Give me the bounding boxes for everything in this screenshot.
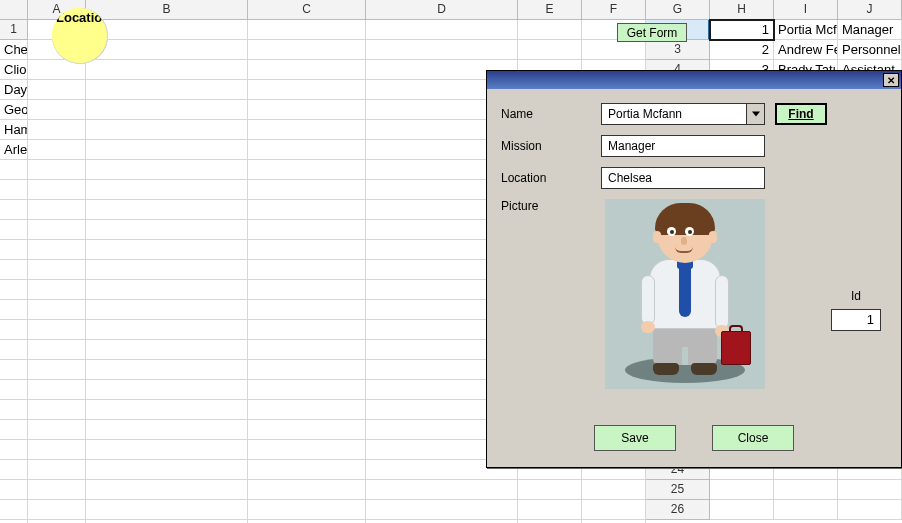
mission-field[interactable]: Manager	[601, 135, 765, 157]
cell-D18[interactable]	[0, 360, 28, 380]
cell-F24[interactable]	[86, 480, 248, 500]
cell-F10[interactable]	[86, 200, 248, 220]
cell-E14[interactable]	[28, 280, 86, 300]
cell-F2[interactable]	[86, 40, 248, 60]
cell-G4[interactable]	[248, 80, 366, 100]
cell-E5[interactable]	[28, 100, 86, 120]
cell-D21[interactable]	[0, 420, 28, 440]
cell-G20[interactable]	[248, 400, 366, 420]
cell-E17[interactable]	[28, 340, 86, 360]
cell-F14[interactable]	[86, 280, 248, 300]
cell-E24[interactable]	[28, 480, 86, 500]
cell-F5[interactable]	[86, 100, 248, 120]
cell-D17[interactable]	[0, 340, 28, 360]
cell-D8[interactable]	[0, 160, 28, 180]
cell-E4[interactable]	[28, 80, 86, 100]
cell-location-5[interactable]: Hamilton	[0, 120, 28, 140]
cell-G8[interactable]	[248, 160, 366, 180]
cell-F22[interactable]	[86, 440, 248, 460]
cell-id-2[interactable]: 2	[710, 40, 774, 60]
cell-J2[interactable]	[582, 40, 646, 60]
cell-F12[interactable]	[86, 240, 248, 260]
dialog-titlebar[interactable]: ✕	[487, 71, 901, 89]
cell-E15[interactable]	[28, 300, 86, 320]
cell-D12[interactable]	[0, 240, 28, 260]
select-all-corner[interactable]	[0, 0, 28, 20]
cell-G7[interactable]	[248, 140, 366, 160]
find-button[interactable]: Find	[775, 103, 827, 125]
cell-F9[interactable]	[86, 180, 248, 200]
cell-location-4[interactable]: Georgiana	[0, 100, 28, 120]
cell-mission-1[interactable]: Manager	[838, 20, 902, 40]
cell-G11[interactable]	[248, 220, 366, 240]
cell-F25[interactable]	[86, 500, 248, 520]
cell-D11[interactable]	[0, 220, 28, 240]
cell-G25[interactable]	[248, 500, 366, 520]
id-field[interactable]: 1	[831, 309, 881, 331]
cell-G15[interactable]	[248, 300, 366, 320]
cell-B26[interactable]	[774, 500, 838, 520]
cell-D15[interactable]	[0, 300, 28, 320]
cell-F13[interactable]	[86, 260, 248, 280]
cell-D20[interactable]	[0, 400, 28, 420]
col-header-I[interactable]: I	[774, 0, 838, 20]
cell-A26[interactable]	[710, 500, 774, 520]
cell-D10[interactable]	[0, 200, 28, 220]
cell-D14[interactable]	[0, 280, 28, 300]
cell-G12[interactable]	[248, 240, 366, 260]
cell-G23[interactable]	[248, 460, 366, 480]
location-field[interactable]: Chelsea	[601, 167, 765, 189]
row-header-26[interactable]: 26	[646, 500, 710, 520]
cell-location-1[interactable]: Chelsea	[0, 40, 28, 60]
col-header-H[interactable]: H	[710, 0, 774, 20]
col-header-D[interactable]: D	[366, 0, 518, 20]
cell-E19[interactable]	[28, 380, 86, 400]
col-header-G[interactable]: G	[646, 0, 710, 20]
cell-location-3[interactable]: Dayton	[0, 80, 28, 100]
cell-H1[interactable]	[366, 20, 518, 40]
cell-F21[interactable]	[86, 420, 248, 440]
col-header-B[interactable]: B	[86, 0, 248, 20]
cell-E23[interactable]	[28, 460, 86, 480]
cell-G5[interactable]	[248, 100, 366, 120]
cell-name-1[interactable]: Portia Mcfann	[774, 20, 838, 40]
cell-F7[interactable]	[86, 140, 248, 160]
cell-F17[interactable]	[86, 340, 248, 360]
cell-mission-2[interactable]: Personnel	[838, 40, 902, 60]
cell-E25[interactable]	[28, 500, 86, 520]
cell-location-2[interactable]: Clio	[0, 60, 28, 80]
cell-D16[interactable]	[0, 320, 28, 340]
get-form-button[interactable]: Get Form	[617, 23, 687, 42]
cell-F3[interactable]	[86, 60, 248, 80]
cell-E10[interactable]	[28, 200, 86, 220]
col-header-C[interactable]: C	[248, 0, 366, 20]
cell-G17[interactable]	[248, 340, 366, 360]
cell-F11[interactable]	[86, 220, 248, 240]
cell-G3[interactable]	[248, 60, 366, 80]
close-button[interactable]: Close	[712, 425, 794, 451]
cell-id-1[interactable]: 1	[710, 20, 774, 40]
cell-G21[interactable]	[248, 420, 366, 440]
cell-E20[interactable]	[28, 400, 86, 420]
cell-D24[interactable]	[0, 480, 28, 500]
col-header-F[interactable]: F	[582, 0, 646, 20]
cell-E12[interactable]	[28, 240, 86, 260]
cell-D22[interactable]	[0, 440, 28, 460]
cell-D23[interactable]	[0, 460, 28, 480]
cell-G13[interactable]	[248, 260, 366, 280]
cell-name-2[interactable]: Andrew Fenstermacher	[774, 40, 838, 60]
cell-G6[interactable]	[248, 120, 366, 140]
cell-B25[interactable]	[774, 480, 838, 500]
cell-I1[interactable]	[518, 20, 582, 40]
cell-E22[interactable]	[28, 440, 86, 460]
cell-F4[interactable]	[86, 80, 248, 100]
cell-E16[interactable]	[28, 320, 86, 340]
cell-E8[interactable]	[28, 160, 86, 180]
cell-G22[interactable]	[248, 440, 366, 460]
cell-F18[interactable]	[86, 360, 248, 380]
cell-D19[interactable]	[0, 380, 28, 400]
header-location[interactable]: Location	[52, 8, 108, 64]
cell-E21[interactable]	[28, 420, 86, 440]
cell-D25[interactable]	[0, 500, 28, 520]
save-button[interactable]: Save	[594, 425, 676, 451]
